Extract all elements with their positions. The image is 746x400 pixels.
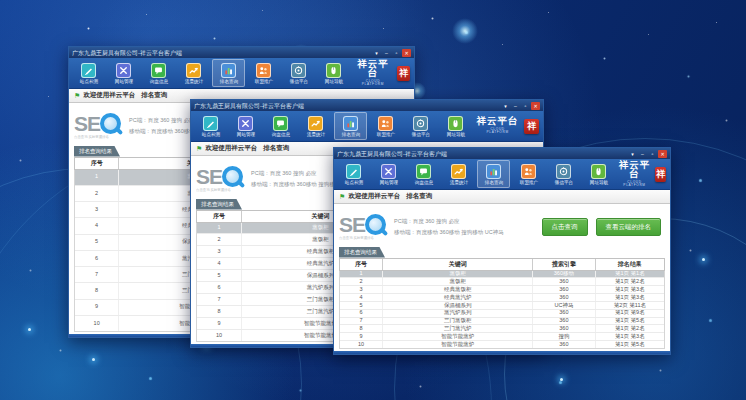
- seo-tagline: 点击查询 实时掌握排名: [339, 236, 379, 239]
- seo-tagline: 点击查询 实时掌握排名: [74, 135, 114, 138]
- toolbar-item-label: 网址导航: [324, 79, 342, 84]
- skin-button[interactable]: ▾: [501, 102, 510, 110]
- cell-index: 7: [75, 267, 119, 282]
- skin-button[interactable]: ▾: [372, 49, 381, 57]
- title-bar[interactable]: 广东九鼎王厨具有限公司-祥云平台客户端 ▾–▫✕: [69, 47, 414, 58]
- tools-icon: [116, 63, 131, 78]
- toolbar-item-site-check[interactable]: 站点检测: [72, 59, 105, 87]
- cell-index: 3: [340, 286, 383, 293]
- toolbar-item-inquiry[interactable]: 询盘信息: [264, 112, 297, 140]
- toolbar-item-traffic[interactable]: 流量统计: [299, 112, 332, 140]
- toolbar-item-traffic[interactable]: 流量统计: [177, 59, 210, 87]
- brand-name: 祥云平台: [352, 60, 394, 79]
- people-icon: [521, 164, 536, 179]
- toolbar-item-alliance[interactable]: 联盟推广: [369, 112, 402, 140]
- cell-engine: 360: [533, 278, 596, 285]
- seo-logo-text: SE: [74, 113, 100, 134]
- breadcrumb-welcome: 欢迎使用祥云平台: [348, 193, 400, 200]
- toolbar-item-alliance[interactable]: 联盟推广: [512, 160, 545, 188]
- toolbar-item-ranking[interactable]: 排名查询: [477, 160, 510, 188]
- tab-ranking-results[interactable]: 排名查询结果: [74, 146, 120, 157]
- close-button[interactable]: ✕: [402, 49, 411, 57]
- desktop: { "window": { "title_bar": { "title": "广…: [0, 0, 746, 400]
- app-window-front[interactable]: 广东九鼎王厨具有限公司-祥云平台客户端 ▾–▫✕ 站点检测网站管理询盘信息流量统…: [333, 147, 671, 355]
- close-button[interactable]: ✕: [531, 102, 540, 110]
- toolbar-item-ranking[interactable]: 排名查询: [334, 112, 367, 140]
- column-header-3: 排名结果: [596, 259, 664, 270]
- cell-index: 8: [340, 325, 383, 332]
- cell-keyword: 蒸饭柜: [383, 271, 533, 278]
- table-row[interactable]: 7三门蒸饭柜360第1页 第5名: [340, 318, 664, 326]
- cell-engine: 360: [533, 294, 596, 301]
- table-row[interactable]: 8三门蒸汽炉360第1页 第2名: [340, 325, 664, 333]
- table-row[interactable]: 3经典蒸饭柜360第1页 第3名: [340, 286, 664, 294]
- toolbar-item-site-manage[interactable]: 网站管理: [107, 59, 140, 87]
- toolbar-item-label: 站点检测: [79, 79, 97, 84]
- close-button[interactable]: ✕: [658, 150, 667, 158]
- maximize-button[interactable]: ▫: [648, 150, 657, 158]
- engine-coverage: PC端：百度 360 搜狗 必应 移动端：百度移动 360移动 搜狗移动 UC神…: [394, 216, 504, 238]
- bar-chart-icon: [486, 164, 501, 179]
- toolbar-item-site-check[interactable]: 站点检测: [194, 112, 227, 140]
- tab-ranking-results[interactable]: 排名查询结果: [196, 199, 242, 210]
- tab-ranking-results[interactable]: 排名查询结果: [339, 247, 385, 258]
- title-bar[interactable]: 广东九鼎王厨具有限公司-祥云平台客户端 ▾–▫✕: [334, 148, 670, 159]
- title-bar[interactable]: 广东九鼎王厨具有限公司-祥云平台客户端 ▾–▫✕: [191, 100, 543, 111]
- cell-rank: 第1页 第5名: [596, 318, 664, 325]
- toolbar-item-label: 微信平台: [554, 180, 572, 185]
- compass-icon: [556, 164, 571, 179]
- minimize-button[interactable]: –: [382, 49, 391, 57]
- glow-node: [702, 258, 705, 261]
- toolbar-item-ranking[interactable]: 排名查询: [212, 59, 245, 87]
- seo-logo: SE 点击查询 实时掌握排名: [339, 214, 386, 240]
- starfield: [0, 0, 1, 1]
- cell-rank: 第1页 第3名: [596, 333, 664, 340]
- table-row[interactable]: 2蒸饭柜360第1页 第2名: [340, 278, 664, 286]
- minimize-button[interactable]: –: [511, 102, 520, 110]
- table-row[interactable]: 6蒸汽炉系列360第1页 第9名: [340, 310, 664, 318]
- minimize-button[interactable]: –: [638, 150, 647, 158]
- window-controls: ▾–▫✕: [371, 49, 411, 57]
- toolbar-item-label: 网址导航: [589, 180, 607, 185]
- toolbar-item-inquiry[interactable]: 询盘信息: [407, 160, 440, 188]
- cell-index: 3: [75, 202, 119, 217]
- cell-keyword: 经典蒸饭柜: [383, 286, 533, 293]
- cell-engine: 360移动: [533, 271, 596, 278]
- skin-button[interactable]: ▾: [628, 150, 637, 158]
- toolbar-item-alliance[interactable]: 联盟推广: [247, 59, 280, 87]
- toolbar-item-nav[interactable]: 网址导航: [582, 160, 615, 188]
- toolbar-item-label: 联盟推广: [376, 132, 394, 137]
- table-row[interactable]: 9智能节能蒸炉搜狗第1页 第3名: [340, 333, 664, 341]
- toolbar-item-nav[interactable]: 网址导航: [439, 112, 472, 140]
- toolbar-item-label: 网站管理: [236, 132, 254, 137]
- window-footer: [334, 351, 670, 354]
- cell-engine: 搜狗: [533, 333, 596, 340]
- cell-rank: 第1页 第9名: [596, 310, 664, 317]
- toolbar-item-nav[interactable]: 网址导航: [317, 59, 350, 87]
- toolbar-item-label: 流量统计: [449, 180, 467, 185]
- table-row[interactable]: 10智能节能蒸炉360第1页 第5名: [340, 341, 664, 348]
- table-row[interactable]: 4经典蒸汽炉360第1页 第3名: [340, 294, 664, 302]
- table-row[interactable]: 5保温桶系列UC神马第2页 第11名: [340, 302, 664, 310]
- pc-engines-line: PC端：百度 360 搜狗 必应: [394, 216, 504, 227]
- toolbar-item-wechat[interactable]: 微信平台: [404, 112, 437, 140]
- maximize-button[interactable]: ▫: [392, 49, 401, 57]
- cell-keyword: 保温桶系列: [383, 302, 533, 309]
- toolbar-item-wechat[interactable]: 微信平台: [282, 59, 315, 87]
- toolbar-item-site-manage[interactable]: 网站管理: [229, 112, 262, 140]
- breadcrumb-page: 排名查询: [263, 145, 289, 152]
- maximize-button[interactable]: ▫: [521, 102, 530, 110]
- toolbar-item-wechat[interactable]: 微信平台: [547, 160, 580, 188]
- toolbar-item-inquiry[interactable]: 询盘信息: [142, 59, 175, 87]
- query-button[interactable]: 点击查询: [542, 218, 588, 237]
- toolbar-item-site-check[interactable]: 站点检测: [337, 160, 370, 188]
- cell-index: 5: [75, 235, 119, 250]
- toolbar-item-label: 流量统计: [184, 79, 202, 84]
- cell-keyword: 三门蒸饭柜: [383, 318, 533, 325]
- toolbar-item-site-manage[interactable]: 网站管理: [372, 160, 405, 188]
- table-row[interactable]: 1蒸饭柜360移动第1页 第1名: [340, 271, 664, 279]
- brand-seal-icon: 祥: [397, 66, 410, 81]
- toolbar-item-traffic[interactable]: 流量统计: [442, 160, 475, 188]
- view-cloud-rank-button[interactable]: 查看云端的排名: [596, 218, 662, 237]
- tools-icon: [238, 116, 253, 131]
